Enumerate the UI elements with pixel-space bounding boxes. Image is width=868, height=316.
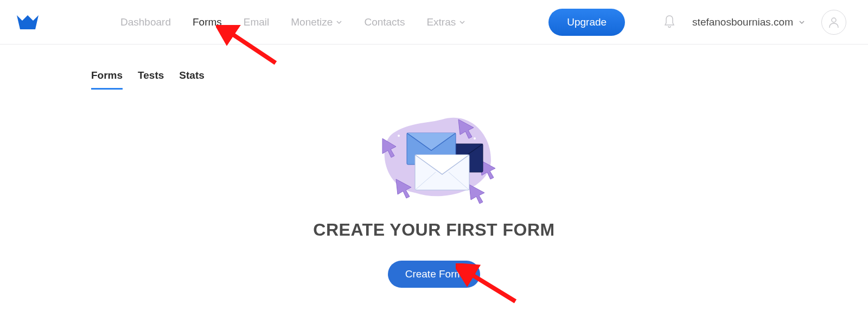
empty-state-headline: CREATE YOUR FIRST FORM: [313, 220, 554, 240]
create-form-button[interactable]: Create Form: [388, 261, 481, 288]
envelopes-illustration: [366, 106, 502, 209]
empty-state: CREATE YOUR FIRST FORM Create Form: [0, 106, 868, 288]
nav-extras[interactable]: Extras: [426, 16, 465, 28]
chevron-down-icon: [799, 19, 805, 26]
avatar[interactable]: [821, 10, 846, 35]
nav-monetize-label: Monetize: [291, 16, 333, 28]
svg-point-1: [398, 135, 400, 137]
subnav-stats[interactable]: Stats: [179, 69, 204, 90]
sub-nav: Forms Tests Stats: [91, 69, 868, 90]
nav-dashboard[interactable]: Dashboard: [120, 16, 171, 28]
nav-monetize[interactable]: Monetize: [291, 16, 342, 28]
chevron-down-icon: [459, 19, 465, 26]
svg-point-0: [832, 18, 836, 22]
account-menu[interactable]: stefanosbournias.com: [692, 10, 846, 35]
main-nav: Dashboard Forms Email Monetize Contacts …: [120, 16, 465, 28]
nav-email[interactable]: Email: [244, 16, 270, 28]
nav-extras-label: Extras: [426, 16, 456, 28]
notifications-icon[interactable]: [663, 14, 676, 30]
svg-point-2: [474, 137, 476, 140]
chevron-down-icon: [336, 19, 342, 26]
account-name: stefanosbournias.com: [692, 16, 793, 28]
nav-forms[interactable]: Forms: [193, 16, 222, 28]
subnav-tests[interactable]: Tests: [138, 69, 164, 90]
nav-contacts[interactable]: Contacts: [364, 16, 405, 28]
topbar: Dashboard Forms Email Monetize Contacts …: [0, 0, 868, 45]
upgrade-button[interactable]: Upgrade: [548, 9, 625, 36]
subnav-forms[interactable]: Forms: [91, 69, 123, 90]
brand-logo[interactable]: [16, 11, 39, 34]
